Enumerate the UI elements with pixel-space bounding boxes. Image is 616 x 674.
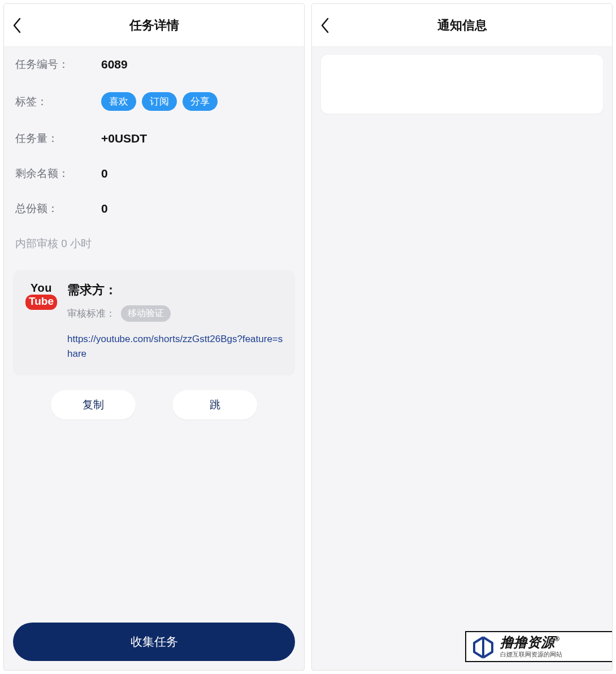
header-left: 任务详情 [4, 4, 304, 47]
demand-card-body: 需求方： 审核标准： 移动验证 https://youtube.com/shor… [67, 282, 285, 361]
action-row: 复制 跳 [13, 375, 295, 425]
row-total: 总份额： 0 [13, 191, 295, 226]
tag-like[interactable]: 喜欢 [101, 92, 136, 111]
row-remaining: 剩余名额： 0 [13, 156, 295, 191]
watermark-logo-icon [471, 636, 496, 659]
watermark: 撸撸资源® 白嫖互联网资源的网站 [465, 631, 612, 662]
demand-title: 需求方： [67, 282, 285, 299]
back-button-right[interactable] [312, 4, 338, 47]
copy-button[interactable]: 复制 [51, 390, 136, 420]
tags-label: 标签： [15, 94, 101, 109]
watermark-main: 撸撸资源® [500, 636, 562, 649]
row-amount: 任务量： +0USDT [13, 121, 295, 156]
remaining-value: 0 [101, 167, 108, 180]
task-detail-panel: 任务详情 任务编号： 6089 标签： 喜欢 订阅 分享 任务量： +0USDT… [3, 3, 305, 671]
task-number-label: 任务编号： [15, 57, 101, 72]
bottom-bar: 收集任务 [4, 613, 304, 670]
review-standard-label: 审核标准： [67, 307, 115, 320]
page-title-left: 任务详情 [4, 17, 304, 34]
review-note: 内部审核 0 小时 [13, 226, 295, 270]
demand-card: You Tube 需求方： 审核标准： 移动验证 https://youtube… [13, 270, 295, 375]
tag-share[interactable]: 分享 [183, 92, 218, 111]
watermark-text: 撸撸资源® 白嫖互联网资源的网站 [500, 636, 562, 659]
task-number-value: 6089 [101, 58, 128, 71]
youtube-tube-text: Tube [25, 295, 57, 310]
amount-value: +0USDT [101, 132, 147, 145]
collect-task-button[interactable]: 收集任务 [13, 623, 295, 661]
header-right: 通知信息 [312, 4, 612, 47]
watermark-sub: 白嫖互联网资源的网站 [500, 650, 562, 659]
watermark-main-text: 撸撸资源 [500, 634, 554, 650]
remaining-label: 剩余名额： [15, 166, 101, 181]
watermark-reg: ® [554, 635, 559, 643]
chevron-left-icon [12, 17, 22, 34]
amount-label: 任务量： [15, 131, 101, 146]
jump-button[interactable]: 跳 [172, 390, 257, 420]
total-value: 0 [101, 202, 108, 215]
notification-card[interactable] [321, 55, 603, 114]
total-label: 总份额： [15, 201, 101, 216]
demand-link[interactable]: https://youtube.com/shorts/zzGstt26Bgs?f… [67, 332, 285, 361]
task-detail-content: 任务编号： 6089 标签： 喜欢 订阅 分享 任务量： +0USDT 剩余名额… [4, 47, 304, 613]
tag-subscribe[interactable]: 订阅 [142, 92, 177, 111]
page-title-right: 通知信息 [312, 17, 612, 34]
demand-meta: 审核标准： 移动验证 [67, 305, 285, 322]
row-tags: 标签： 喜欢 订阅 分享 [13, 82, 295, 121]
row-task-number: 任务编号： 6089 [13, 47, 295, 82]
youtube-you-text: You [23, 282, 59, 295]
chevron-left-icon [320, 17, 330, 34]
tags-container: 喜欢 订阅 分享 [101, 92, 218, 111]
back-button-left[interactable] [4, 4, 30, 47]
youtube-logo: You Tube [23, 282, 59, 361]
notification-panel: 通知信息 撸撸资源® 白嫖互联网资源的网站 [311, 3, 613, 671]
review-standard-pill: 移动验证 [121, 305, 171, 322]
